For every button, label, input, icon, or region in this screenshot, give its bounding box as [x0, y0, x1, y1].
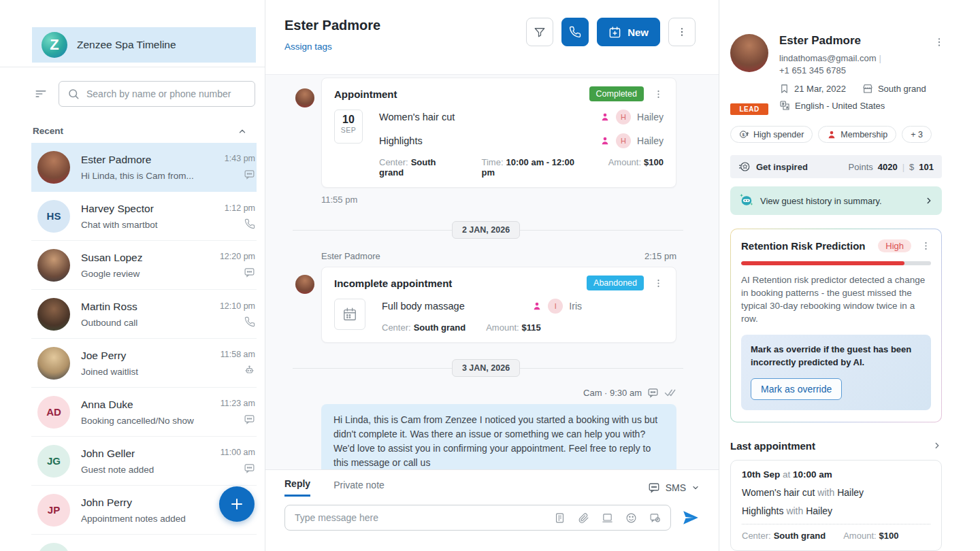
avatar [295, 275, 314, 294]
chat-icon [244, 267, 255, 278]
ai-bot-icon [738, 193, 753, 208]
channel-selector[interactable]: SMS [648, 482, 700, 494]
award-icon [738, 161, 751, 173]
therapist-icon [532, 301, 542, 311]
date-divider: 3 JAN, 2026 [295, 359, 676, 377]
add-button[interactable] [219, 486, 255, 522]
contact-time: 11:00 am [220, 448, 255, 457]
retention-progress-fill [741, 261, 904, 265]
contact-row-susan[interactable]: Susan Lopez Google review 12:20 pm [31, 241, 257, 290]
date-box: 10 SEP [334, 110, 363, 144]
zenzee-logo-icon: Z [42, 32, 67, 58]
service-row: Women's hair cut H Hailey [379, 110, 664, 124]
contact-row-joe[interactable]: Joe Perry Joined waitlist 11:58 am [31, 339, 257, 388]
status-badge: Completed [589, 86, 644, 101]
chevron-up-icon[interactable] [238, 127, 247, 136]
last-appointment-header[interactable]: Last appointment [730, 440, 942, 452]
card-more-button[interactable] [653, 89, 664, 99]
timeline-panel: Ester Padmore Assign tags New [265, 0, 719, 551]
contact-time: 12:10 pm [220, 301, 255, 311]
risk-level-badge: High [878, 239, 911, 252]
last-appointment-card: 10th Sep at 10:00 am Women's hair cut wi… [730, 460, 942, 551]
currency-label: $ [909, 162, 914, 172]
contact-row-harvey[interactable]: HS Harvey Spector Chat with smartbot 1:1… [31, 192, 257, 241]
contact-row-ester[interactable]: Ester Padmore Hi Linda, this is Cam from… [31, 143, 257, 192]
emoji-icon[interactable] [625, 512, 637, 524]
avatar: AD [37, 396, 70, 429]
tag-more[interactable]: + 3 [902, 126, 932, 143]
search-box[interactable] [59, 81, 255, 107]
tag-high-spender[interactable]: $ High spender [730, 126, 813, 143]
kebab-icon [676, 27, 687, 37]
chevron-down-icon [691, 484, 700, 492]
last-appointment-service: Women's hair cut with Hailey [742, 487, 930, 498]
tab-reply[interactable]: Reply [284, 478, 310, 497]
retention-title: Retention Risk Prediction [741, 240, 878, 252]
contact-time: 1:43 pm [225, 154, 255, 163]
contact-time: 1:12 pm [225, 203, 255, 213]
search-icon [67, 88, 80, 100]
contact-time: 12:20 pm [220, 252, 255, 261]
member-since: 21 Mar, 2022 [794, 84, 846, 94]
contact-row-barbara[interactable]: Barbara Crowley 10:00 am [31, 535, 257, 551]
language-icon [779, 100, 790, 111]
sidebar: Z Zenzee Spa Timeline Recent [0, 0, 265, 551]
call-button[interactable] [561, 18, 589, 46]
template-icon[interactable] [554, 512, 566, 524]
avatar [295, 88, 314, 107]
contact-row-john-geller[interactable]: JG John Geller Guest note added 11:00 am [31, 437, 257, 486]
retention-more-button[interactable] [921, 241, 931, 251]
card-more-button[interactable] [653, 278, 664, 288]
mark-as-override-button[interactable]: Mark as override [751, 378, 842, 400]
guest-history-banner[interactable]: View guest history in summary. [730, 186, 942, 215]
profile-more-button[interactable] [934, 37, 945, 48]
sort-filter-icon[interactable] [34, 87, 48, 101]
lead-badge: LEAD [730, 103, 768, 115]
tab-private-note[interactable]: Private note [333, 480, 385, 496]
contact-name: Ester Padmore [81, 154, 214, 166]
timeline-feed: Appointment Completed 10 SEP Women's hai… [265, 75, 719, 469]
contact-row-martin[interactable]: Martin Ross Outbound call 12:10 pm [31, 290, 257, 339]
date-divider: 2 JAN, 2026 [295, 221, 676, 239]
app-title: Zenzee Spa Timeline [77, 39, 176, 51]
guest-center: South grand [878, 84, 926, 94]
svg-text:$: $ [742, 132, 745, 137]
new-button-label: New [627, 27, 649, 38]
event-timestamp: 2:15 pm [644, 251, 676, 261]
contact-row-anna[interactable]: AD Anna Duke Booking cancelled/No show 1… [31, 388, 257, 437]
tag-membership[interactable]: Membership [818, 126, 896, 143]
contact-time: 11:58 am [220, 350, 255, 359]
new-appointment-button[interactable]: New [597, 18, 660, 46]
attachment-icon[interactable] [578, 512, 589, 524]
message-bubble: Hi Linda, this is Cam from Zenzee I noti… [321, 404, 676, 469]
chat-icon [648, 482, 660, 494]
appointment-card: Appointment Completed 10 SEP Women's hai… [321, 78, 676, 188]
send-button[interactable] [682, 509, 700, 527]
profile-avatar [730, 34, 768, 72]
delivered-check-icon [664, 386, 676, 399]
bookmark-icon [779, 84, 789, 94]
loyalty-row[interactable]: Get inspired Points 4020 | $ 101 [730, 155, 942, 178]
message-input-box[interactable] [284, 505, 671, 531]
composer: Reply Private note SMS [265, 469, 719, 551]
avatar [37, 249, 70, 282]
contact-preview: Google review [81, 269, 209, 279]
chat-history-icon[interactable] [649, 512, 661, 524]
device-icon[interactable] [602, 512, 613, 524]
calendar-plus-icon [608, 26, 621, 39]
message-input[interactable] [295, 512, 542, 523]
assign-tags-link[interactable]: Assign tags [284, 41, 380, 52]
contact-name: Harvey Spector [81, 203, 214, 215]
contact-preview: Chat with smartbot [81, 220, 214, 230]
last-appointment-service: Highlights with Hailey [742, 505, 930, 516]
coin-up-icon: $ [739, 129, 749, 139]
phone-icon [569, 26, 581, 38]
chat-icon [244, 169, 255, 180]
avatar [37, 347, 70, 380]
points-value: 4020 [878, 162, 898, 172]
search-input[interactable] [86, 88, 246, 99]
chevron-right-icon [924, 196, 934, 205]
filter-button[interactable] [526, 18, 553, 46]
event-timestamp: 11:55 pm [321, 195, 676, 205]
header-more-button[interactable] [668, 18, 696, 46]
